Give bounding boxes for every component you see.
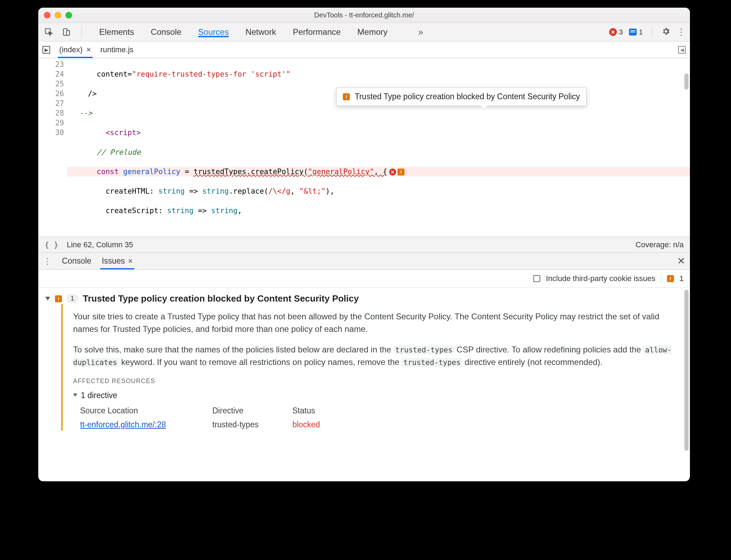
drawer-tab-issues[interactable]: Issues ✕	[102, 253, 133, 269]
source-location-link[interactable]: tt-enforced.glitch.me/:28	[80, 419, 212, 430]
file-tab-label: runtime.js	[100, 45, 133, 54]
drawer-tab-console[interactable]: Console	[62, 253, 91, 269]
devtools-window: DevTools - tt-enforced.glitch.me/ Elemen…	[38, 8, 690, 481]
settings-gear-icon[interactable]	[661, 27, 670, 37]
separator	[661, 274, 661, 283]
tab-memory[interactable]: Memory	[357, 27, 388, 37]
line-gutter: 23 24 25 26 27 28 29 30	[38, 58, 68, 236]
cursor-position: Line 62, Column 35	[67, 240, 133, 249]
issue-detail: Your site tries to create a Trusted Type…	[61, 304, 680, 430]
message-counter[interactable]: 1	[629, 28, 643, 36]
error-icon: ✕	[609, 28, 617, 36]
drawer-close-icon[interactable]: ✕	[677, 255, 685, 267]
main-toolbar: Elements Console Sources Network Perform…	[38, 23, 690, 41]
inline-warning-icon[interactable]: !	[398, 169, 404, 176]
editor-status-bar: { } Line 62, Column 35 Coverage: n/a	[38, 237, 690, 253]
warning-icon: !	[667, 275, 674, 282]
issues-panel: ! 1 Trusted Type policy creation blocked…	[38, 288, 690, 481]
file-tab-bar: ▶ (index) ✕ runtime.js ◀	[38, 41, 690, 58]
third-party-checkbox[interactable]	[533, 275, 540, 282]
close-tab-icon[interactable]: ✕	[128, 257, 133, 265]
code-lines[interactable]: content="require-trusted-types-for 'scri…	[68, 58, 690, 236]
more-files-icon[interactable]: ◀	[678, 46, 686, 54]
issues-count: 1	[679, 274, 684, 283]
more-tabs-button[interactable]: »	[418, 27, 423, 38]
file-tab-index[interactable]: (index) ✕	[59, 41, 91, 58]
navigator-toggle-icon[interactable]: ▶	[42, 46, 50, 54]
tab-network[interactable]: Network	[245, 27, 276, 37]
issue-count-pill: 1	[67, 295, 78, 303]
separator	[81, 26, 82, 38]
issues-toolbar: Include third-party cookie issues ! 1	[38, 270, 690, 288]
titlebar: DevTools - tt-enforced.glitch.me/	[38, 8, 690, 23]
issue-paragraph: To solve this, make sure that the names …	[73, 343, 675, 368]
tab-console[interactable]: Console	[151, 27, 181, 37]
tab-performance[interactable]: Performance	[293, 27, 340, 37]
device-toggle-icon[interactable]	[61, 27, 71, 37]
pretty-print-icon[interactable]: { }	[45, 240, 58, 249]
error-counter[interactable]: ✕ 3	[609, 28, 623, 36]
file-tab-runtime[interactable]: runtime.js	[100, 41, 133, 58]
col-directive: Directive	[212, 405, 292, 417]
coverage-status: Coverage: n/a	[636, 240, 684, 249]
code-scrollbar[interactable]	[684, 60, 689, 235]
col-status: Status	[292, 405, 362, 417]
issue-header[interactable]: ! 1 Trusted Type policy creation blocked…	[45, 293, 680, 304]
error-count: 3	[619, 28, 623, 36]
more-options-icon[interactable]: ⋮	[677, 27, 686, 38]
affected-resources-heading: AFFECTED RESOURCES	[73, 376, 675, 386]
directive-count: 1 directive	[81, 389, 117, 401]
file-tab-label: (index)	[59, 45, 82, 54]
directive-value: trusted-types	[212, 419, 292, 430]
directive-group[interactable]: 1 directive	[73, 389, 675, 401]
issue-title: Trusted Type policy creation blocked by …	[83, 293, 359, 304]
tab-elements[interactable]: Elements	[99, 27, 134, 37]
drawer-tab-bar: ⋮ Console Issues ✕ ✕	[38, 253, 690, 270]
tab-sources[interactable]: Sources	[198, 27, 229, 37]
inspect-element-icon[interactable]	[44, 27, 54, 37]
disclosure-triangle-icon[interactable]	[45, 297, 50, 301]
panel-tabs: Elements Console Sources Network Perform…	[99, 27, 423, 38]
issue-paragraph: Your site tries to create a Trusted Type…	[73, 310, 675, 335]
drawer-menu-icon[interactable]: ⋮	[43, 256, 52, 266]
disclosure-triangle-icon[interactable]	[73, 394, 77, 397]
col-source: Source Location	[80, 405, 212, 417]
window-title: DevTools - tt-enforced.glitch.me/	[38, 11, 690, 19]
issue-tooltip: ! Trusted Type policy creation blocked b…	[336, 87, 587, 106]
message-icon	[629, 29, 637, 36]
message-count: 1	[639, 28, 643, 36]
svg-rect-2	[66, 31, 70, 36]
source-editor: 23 24 25 26 27 28 29 30 content="require…	[38, 58, 690, 237]
close-tab-icon[interactable]: ✕	[86, 46, 91, 54]
status-value: blocked	[292, 419, 362, 430]
affected-table: Source Location Directive Status tt-enfo…	[73, 405, 675, 430]
warning-icon: !	[343, 93, 350, 100]
warning-icon: !	[55, 295, 62, 302]
separator	[652, 26, 652, 38]
issues-scrollbar[interactable]	[684, 290, 689, 479]
third-party-label: Include third-party cookie issues	[546, 274, 655, 283]
inline-error-icon[interactable]: ✕	[389, 169, 396, 176]
tooltip-text: Trusted Type policy creation blocked by …	[355, 92, 580, 101]
